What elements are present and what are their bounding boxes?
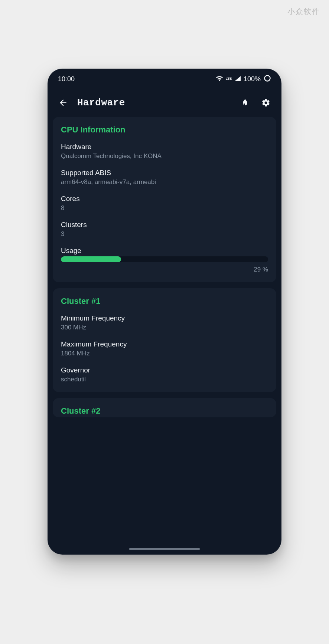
wifi-icon bbox=[216, 75, 223, 83]
label-governor: Governor bbox=[61, 366, 268, 374]
status-bar: 10:00 LTE 100% bbox=[48, 69, 281, 89]
card-cluster-1: Cluster #1 Minimum Frequency 300 MHz Max… bbox=[53, 288, 276, 392]
usage-progress-track bbox=[61, 256, 268, 262]
signal-icon bbox=[235, 75, 241, 83]
field-hardware: Hardware Qualcomm Technologies, Inc KONA bbox=[61, 143, 268, 160]
value-min-frequency: 300 MHz bbox=[61, 324, 268, 331]
gesture-nav-pill[interactable] bbox=[129, 548, 200, 550]
label-min-frequency: Minimum Frequency bbox=[61, 314, 268, 322]
card-title-cluster-2: Cluster #2 bbox=[61, 406, 268, 416]
value-max-frequency: 1804 MHz bbox=[61, 350, 268, 357]
value-cores: 8 bbox=[61, 204, 268, 212]
card-cpu-information: CPU Information Hardware Qualcomm Techno… bbox=[53, 117, 276, 282]
field-abis: Supported ABIS arm64-v8a, armeabi-v7a, a… bbox=[61, 169, 268, 186]
watermark-text: 小众软件 bbox=[287, 7, 320, 17]
label-abis: Supported ABIS bbox=[61, 169, 268, 177]
card-cluster-2: Cluster #2 bbox=[53, 398, 276, 417]
value-hardware: Qualcomm Technologies, Inc KONA bbox=[61, 152, 268, 160]
card-title-cpu: CPU Information bbox=[61, 125, 268, 135]
value-governor: schedutil bbox=[61, 376, 268, 383]
field-clusters: Clusters 3 bbox=[61, 221, 268, 238]
svg-point-0 bbox=[265, 75, 270, 81]
theme-toggle-button[interactable] bbox=[238, 96, 252, 109]
label-max-frequency: Maximum Frequency bbox=[61, 340, 268, 348]
card-title-cluster-1: Cluster #1 bbox=[61, 296, 268, 306]
field-usage: Usage 29 % bbox=[61, 247, 268, 273]
label-usage: Usage bbox=[61, 247, 268, 255]
field-max-frequency: Maximum Frequency 1804 MHz bbox=[61, 340, 268, 357]
content-scroll[interactable]: CPU Information Hardware Qualcomm Techno… bbox=[48, 115, 281, 417]
phone-frame: 10:00 LTE 100% Hardware bbox=[48, 69, 281, 555]
app-bar: Hardware bbox=[48, 89, 281, 115]
field-cores: Cores 8 bbox=[61, 195, 268, 212]
value-abis: arm64-v8a, armeabi-v7a, armeabi bbox=[61, 178, 268, 186]
back-button[interactable] bbox=[56, 96, 70, 109]
battery-text: 100% bbox=[244, 75, 261, 83]
page-title: Hardware bbox=[77, 97, 231, 108]
battery-ring-icon bbox=[264, 75, 271, 84]
field-governor: Governor schedutil bbox=[61, 366, 268, 383]
label-cores: Cores bbox=[61, 195, 268, 203]
usage-progress-fill bbox=[61, 256, 121, 262]
status-time: 10:00 bbox=[58, 75, 75, 83]
usage-percent-text: 29 % bbox=[61, 266, 268, 273]
field-min-frequency: Minimum Frequency 300 MHz bbox=[61, 314, 268, 331]
label-hardware: Hardware bbox=[61, 143, 268, 151]
settings-button[interactable] bbox=[259, 96, 273, 109]
lte-badge: LTE bbox=[226, 77, 232, 81]
value-clusters: 3 bbox=[61, 230, 268, 238]
label-clusters: Clusters bbox=[61, 221, 268, 229]
